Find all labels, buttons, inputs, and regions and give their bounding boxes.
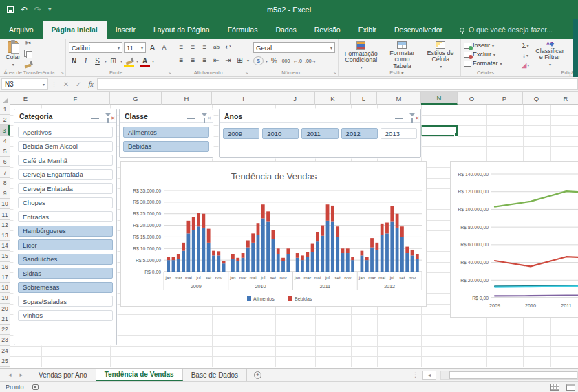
chevron-down-icon[interactable]: ▾ [136,58,138,63]
record-macro-icon[interactable] [32,384,39,390]
row-header-25[interactable]: 25 [0,356,10,367]
formula-bar-splitter[interactable]: ⋮ [48,81,60,88]
ribbon-tab-inserir[interactable]: Inserir [107,21,144,39]
format-cells-button[interactable]: Formatar ▾ [464,60,514,67]
column-header-Q[interactable]: Q [523,92,550,105]
slicer-item-entradas[interactable]: Entradas [18,211,113,222]
row-header-12[interactable]: 12 [0,220,10,230]
bar-chart-tendencia-de-vendas[interactable]: Tendência de VendasR$ 0,00R$ 5.000,00R$ … [120,161,427,307]
increase-indent-button[interactable]: ⇥ [223,55,233,65]
row-header-10[interactable]: 10 [0,199,10,209]
merge-center-button[interactable]: ⊞ [235,55,245,65]
insert-function-button[interactable]: fx [85,80,97,88]
column-header-P[interactable]: P [486,92,523,105]
slicer-item-bebidas[interactable]: Bebidas [123,141,209,152]
slicer-item-aperitivos[interactable]: Aperitivos [18,127,113,138]
align-right-button[interactable]: ≡ [200,55,210,65]
chevron-down-icon[interactable]: ▾ [105,58,107,63]
column-header-H[interactable]: H [162,92,212,105]
slicer-item-bebida-sem-alcool[interactable]: Bebida Sem Alcool [18,141,113,152]
column-header-N[interactable]: N [421,92,458,105]
row-header-2[interactable]: 2 [0,115,10,125]
slicer-item-sidras[interactable]: Sidras [18,268,113,279]
slicer-item-cerveja-engarrafada[interactable]: Cerveja Engarrafada [18,169,113,180]
scroll-left-button[interactable]: ◄ [422,371,436,380]
increase-decimal-button[interactable]: ←,0 [292,56,303,66]
font-name-select[interactable]: Calibri ▾ [69,42,122,53]
font-size-select[interactable]: 11 ▾ [124,42,146,53]
row-header-24[interactable]: 24 [0,346,10,356]
clear-button[interactable]: ◢▾ [520,61,531,69]
slicer-classe[interactable]: Classe ✕ AlimentosBebidas [119,109,213,158]
column-header-J[interactable]: J [275,92,315,105]
align-center-button[interactable]: ≡ [188,55,198,65]
multi-select-icon[interactable] [395,113,403,119]
row-header-8[interactable]: 8 [0,178,10,188]
column-header-L[interactable]: L [351,92,377,105]
cell-styles-button[interactable]: Estilos de Célula ▾ [423,41,458,69]
clear-filter-icon[interactable]: ✕ [409,112,418,120]
row-header-1[interactable]: 1 [0,105,10,115]
previous-sheet-icon[interactable]: ◂ [8,371,12,378]
row-header-5[interactable]: 5 [0,146,10,157]
row-header-19[interactable]: 19 [0,293,10,303]
row-header-21[interactable]: 21 [0,314,10,325]
redo-icon[interactable]: ↷ [34,6,41,14]
slicer-categoria[interactable]: Categoria ✕ AperitivosBebida Sem AlcoolC… [14,109,117,345]
chevron-down-icon[interactable]: ▾ [120,58,122,63]
row-header-13[interactable]: 13 [0,230,10,241]
slicer-item-2009[interactable]: 2009 [223,128,259,139]
row-header-20[interactable]: 20 [0,304,10,314]
chevron-down-icon[interactable]: ▾ [152,58,154,63]
italic-button[interactable]: I [81,56,91,66]
cut-button[interactable]: ✂ [23,39,34,47]
accounting-format-button[interactable]: $ [253,56,264,65]
font-color-button[interactable]: A [140,56,150,66]
column-header-M[interactable]: M [377,92,421,105]
ribbon-tab-revisão[interactable]: Revisão [306,21,350,39]
sheet-tab-tendência-de-vendas[interactable]: Tendência de Vendas [96,369,183,381]
dialog-launcher-icon[interactable]: ↘ [60,70,64,76]
dialog-launcher-icon[interactable]: ↘ [244,70,248,76]
slicer-item-vinhos[interactable]: Vinhos [18,310,113,321]
row-header-17[interactable]: 17 [0,272,10,283]
insert-cells-button[interactable]: Inserir ▾ [464,42,514,49]
slicer-item-sobremesas[interactable]: Sobremesas [18,282,113,293]
row-header-18[interactable]: 18 [0,283,10,293]
slicer-item-cerveja-enlatada[interactable]: Cerveja Enlatada [18,183,113,194]
next-sheet-icon[interactable]: ▸ [20,371,23,378]
paste-button[interactable]: Colar ▾ [3,41,23,67]
slicer-item-sanduíches[interactable]: Sanduíches [18,254,113,265]
fill-button[interactable]: ↓▾ [520,52,531,59]
tell-me-box[interactable]: O que você deseja fazer... [451,21,561,39]
conditional-formatting-button[interactable]: Formatação Condicional ▾ [341,41,381,70]
slicer-item-chopes[interactable]: Chopes [18,197,113,208]
clear-filter-icon[interactable]: ✕ [105,112,114,120]
copy-button[interactable] [23,50,34,58]
dialog-launcher-icon[interactable]: ↘ [167,70,171,76]
underline-button[interactable]: S [92,56,103,66]
row-header-7[interactable]: 7 [0,167,10,177]
shrink-font-button[interactable]: A [159,43,169,53]
chevron-down-icon[interactable]: ▾ [266,58,268,63]
scrollbar-track[interactable] [440,371,578,380]
align-bottom-button[interactable]: ≡ [200,42,210,52]
percent-style-button[interactable]: % [269,56,279,66]
align-left-button[interactable]: ≡ [176,55,186,65]
row-header-23[interactable]: 23 [0,335,10,345]
multi-select-icon[interactable] [91,113,99,119]
slicer-item-sopas-saladas[interactable]: Sopas/Saladas [18,296,113,307]
slicer-item-alimentos[interactable]: Alimentos [123,127,209,138]
grow-font-button[interactable]: A [147,43,158,53]
wrap-text-button[interactable]: ↩ [223,42,233,52]
clear-filter-icon[interactable]: ✕ [201,112,210,120]
orientation-button[interactable]: ab [211,42,222,52]
slicer-item-2010[interactable]: 2010 [262,128,299,139]
dialog-launcher-icon[interactable]: ↘ [332,70,336,76]
sheet-tab-base-de-dados[interactable]: Base de Dados [183,369,247,381]
active-cell-N3[interactable] [421,125,458,135]
column-header-R[interactable]: R [550,92,578,105]
multi-select-icon[interactable] [187,113,195,119]
row-header-3[interactable]: 3 [0,125,10,135]
ribbon-tab-fórmulas[interactable]: Fórmulas [219,21,267,39]
